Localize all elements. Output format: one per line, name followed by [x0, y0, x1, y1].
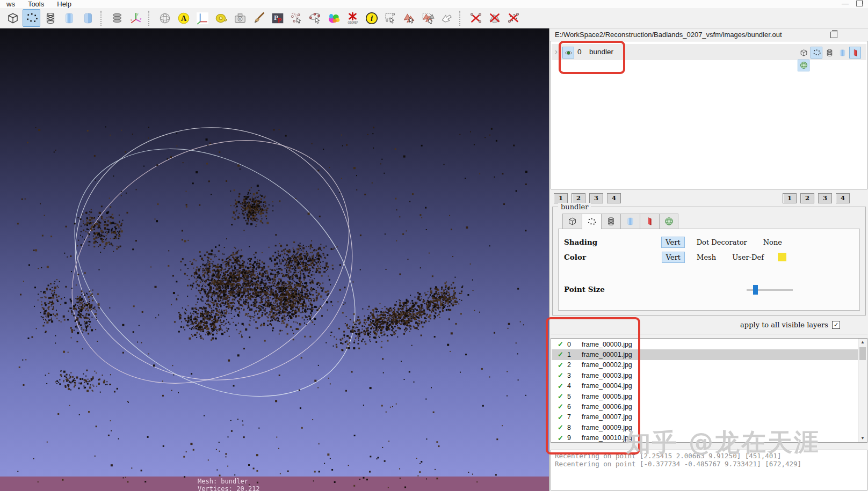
color-option-userdef[interactable]: User-Def [728, 252, 768, 263]
mesh-slot-button-2-right[interactable]: 2 [800, 193, 814, 203]
toolbar-quality-mapper-button[interactable] [325, 9, 343, 27]
toolbar-z-painting-button[interactable] [250, 9, 267, 27]
render-mode-tabs [562, 214, 678, 230]
layer-toggle-bbox-button[interactable] [798, 47, 809, 58]
shading-option-vert[interactable]: Vert [661, 237, 684, 248]
greenball-icon [664, 216, 674, 226]
point-size-slider[interactable] [747, 285, 793, 295]
toolbar-render-smooth-button[interactable] [60, 9, 78, 27]
frame-row[interactable]: ✓2frame_00002.jpg [552, 360, 858, 370]
toolbar-layer-dialog-button[interactable] [108, 9, 126, 27]
user-def-color-swatch[interactable] [778, 253, 786, 261]
frame-row[interactable]: ✓9frame_00010.jpg [552, 433, 858, 443]
toolbar-render-flat-button[interactable] [79, 9, 97, 27]
frame-row[interactable]: ✓8frame_00009.jpg [552, 422, 858, 433]
toolbar-show-trackball-button[interactable] [156, 9, 173, 27]
toolbar-measuring-tool-button[interactable] [212, 9, 230, 27]
menu-item-tools[interactable]: Tools [21, 0, 50, 8]
tab-wire[interactable] [601, 214, 620, 229]
tape-icon [214, 11, 228, 25]
toolbar-render-bbox-button[interactable] [4, 9, 21, 27]
layer-toggle-redwedge-button[interactable] [849, 47, 861, 58]
cylsmooth-icon [625, 216, 635, 226]
mesh-name-line: Mesh: bundler [198, 478, 248, 485]
frame-row[interactable]: ✓6frame_00006.jpg [552, 401, 858, 412]
layers-list: › 0 bundler [551, 41, 867, 189]
minimize-button[interactable]: — [842, 1, 849, 6]
layer-visibility-toggle[interactable] [562, 47, 574, 58]
bbox-icon [799, 48, 808, 57]
toolbar-show-axes-button[interactable]: yxz [127, 9, 144, 27]
point-size-label: Point Size [564, 285, 605, 294]
menu-bar: wsToolsHelp [0, 0, 868, 8]
mesh-slot-button-1-left[interactable]: 1 [554, 193, 568, 203]
frame-row[interactable]: ✓3frame_00003.jpg [552, 370, 858, 380]
color-option-vert[interactable]: Vert [662, 252, 685, 263]
mesh-slot-button-4-right[interactable]: 4 [836, 193, 850, 203]
point-cloud-canvas[interactable] [0, 28, 549, 491]
toolbar-select-vertices-button[interactable] [381, 9, 399, 27]
restore-window-button[interactable] [856, 1, 863, 6]
toolbar-move-selection-button[interactable] [438, 9, 455, 27]
scroll-down-icon[interactable]: ▼ [858, 435, 867, 442]
frame-row[interactable]: ✓4frame_00004.jpg [552, 381, 858, 391]
frame-index: 2 [567, 361, 571, 369]
tab-redwedge[interactable] [640, 214, 659, 229]
toolbar-get-info-button[interactable]: i [363, 9, 380, 27]
menu-item-help[interactable]: Help [50, 0, 78, 8]
frame-row[interactable]: ✓1frame_00001.jpg [552, 349, 858, 360]
layer-toggle-cylsmooth-button[interactable] [836, 47, 848, 58]
greenball-icon [799, 61, 808, 70]
svg-text:A: A [180, 13, 186, 22]
slider-handle[interactable] [753, 285, 758, 295]
layer-row-bundler[interactable]: › 0 bundler [552, 44, 866, 60]
toolbar-align-tool-button[interactable] [306, 9, 324, 27]
toolbar-render-points-button[interactable] [23, 9, 40, 27]
shading-option-dotdecorator[interactable]: Dot Decorator [692, 237, 751, 248]
cylsmooth-icon [838, 48, 847, 57]
shading-option-none[interactable]: None [759, 237, 786, 248]
tab-greenball[interactable] [659, 214, 678, 229]
toolbar-delete-selected-faces-vertices-button[interactable] [504, 9, 522, 27]
toolbar-georef-tool-button[interactable]: GEOREF [344, 9, 361, 27]
toolbar-raster-alignment-button[interactable] [231, 9, 249, 27]
frames-scrollbar[interactable]: ▲ ▼ [858, 339, 867, 442]
frame-row[interactable]: ✓7frame_00007.jpg [552, 412, 858, 422]
apply-all-layers-checkbox[interactable]: ✓ [832, 321, 840, 329]
mesh-slot-button-3-left[interactable]: 3 [589, 193, 603, 203]
viewport-3d[interactable]: Mesh: bundler Vertices: 20,212 [0, 28, 549, 491]
layer-toggle-greenball-button[interactable] [798, 60, 809, 71]
toolbar-render-wireframe-button[interactable] [41, 9, 59, 27]
toolbar-delete-selected-faces-button[interactable] [486, 9, 503, 27]
camera-icon [233, 11, 247, 25]
frame-row[interactable]: ✓5frame_00005.jpg [552, 391, 858, 401]
mesh-slot-button-3-right[interactable]: 3 [818, 193, 832, 203]
frame-row[interactable]: ✓0frame_00000.jpg [552, 339, 858, 349]
bbox-icon [567, 216, 577, 226]
check-icon: ✓ [558, 392, 563, 400]
tab-points[interactable] [582, 214, 601, 230]
toolbar-select-faces-rect-button[interactable] [419, 9, 437, 27]
toolbar-pick-points-button[interactable]: PP [269, 9, 286, 27]
check-icon: ✓ [558, 434, 563, 442]
scrollbar-thumb[interactable] [859, 347, 866, 360]
toolbar-delete-selected-vertices-button[interactable] [467, 9, 484, 27]
toolbar-annotation-tool-button[interactable]: A [175, 9, 192, 27]
menu-item-ws[interactable]: ws [0, 0, 21, 8]
check-icon: ✓ [558, 413, 563, 421]
toolbar-select-faces-button[interactable] [400, 9, 418, 27]
shading-row: Shading VertDot DecoratorNone [564, 236, 786, 248]
toolbar-axis-corner-button[interactable] [193, 9, 211, 27]
color-option-mesh[interactable]: Mesh [692, 252, 720, 263]
float-panel-icon[interactable] [830, 32, 837, 38]
layer-toggle-wire-button[interactable] [823, 47, 835, 58]
tab-bbox[interactable] [562, 214, 582, 229]
scroll-up-icon[interactable]: ▲ [858, 339, 867, 346]
mesh-slot-button-4-left[interactable]: 4 [607, 193, 621, 203]
mesh-slot-button-1-right[interactable]: 1 [783, 193, 797, 203]
layer-toggle-points-button[interactable] [811, 47, 822, 58]
points-icon [587, 217, 597, 227]
toolbar-point-based-glueing-button[interactable] [287, 9, 305, 27]
tab-cylsmooth[interactable] [620, 214, 640, 229]
mesh-slot-button-2-left[interactable]: 2 [572, 193, 585, 203]
